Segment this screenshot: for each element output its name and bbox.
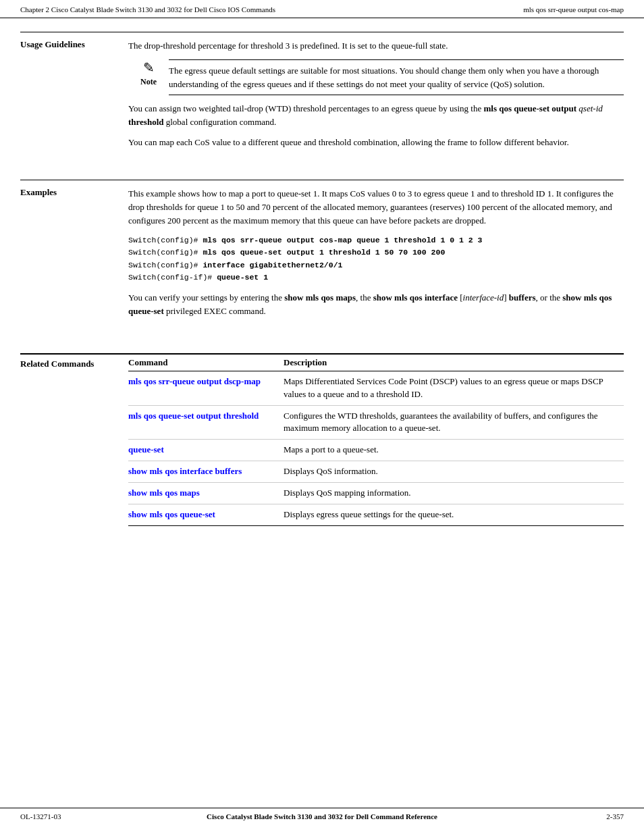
table-row: mls qos queue-set output thresholdConfig… <box>128 405 624 440</box>
table-row: queue-setMaps a port to a queue-set. <box>128 440 624 461</box>
command-link[interactable]: mls qos srr-queue output dscp-map <box>128 376 261 386</box>
verify-before: You can verify your settings by entering… <box>128 292 284 303</box>
usage-text1: The drop-threshold percentage for thresh… <box>128 39 624 53</box>
command-cell: show mls qos queue-set <box>128 504 284 525</box>
footer-center: Cisco Catalyst Blade Switch 3130 and 303… <box>207 812 437 820</box>
code-prefix-1: Switch(config)# <box>128 236 203 244</box>
note-icon: ✎ <box>143 59 155 76</box>
note-text: The egress queue default settings are su… <box>169 59 624 95</box>
command-link[interactable]: show mls qos interface buffers <box>128 466 242 476</box>
usage-text2-italic: qset-id <box>576 103 603 113</box>
command-link[interactable]: mls qos queue-set output threshold <box>128 411 259 421</box>
code-line-1: Switch(config)# mls qos srr-queue output… <box>128 234 624 246</box>
related-commands-label: Related Commands <box>20 355 128 526</box>
code-bold-2: mls qos queue-set output 1 threshold 1 5… <box>203 248 445 257</box>
table-row: show mls qos mapsDisplays QoS mapping in… <box>128 482 624 504</box>
usage-text2-bold: mls qos queue-set output <box>484 103 577 113</box>
code-prefix-4: Switch(config-if)# <box>128 273 217 282</box>
verify-bold2: show mls qos interface <box>373 292 458 303</box>
verify-bold3: buffers <box>509 292 536 303</box>
usage-text2-after: global configuration command. <box>164 117 277 127</box>
table-row: show mls qos queue-setDisplays egress qu… <box>128 504 624 525</box>
note-icon-area: ✎ Note <box>128 59 169 87</box>
table-header-row: Command Description <box>128 355 624 371</box>
usage-text2-bold2: threshold <box>128 117 164 127</box>
commands-table: Command Description mls qos srr-queue ou… <box>128 355 624 526</box>
code-prefix-2: Switch(config)# <box>128 248 203 257</box>
code-bold-3: interface gigabitethernet2/0/1 <box>203 261 342 269</box>
command-link[interactable]: show mls qos queue-set <box>128 509 215 519</box>
description-cell: Displays QoS mapping information. <box>284 482 624 504</box>
verify-italic: interface-id <box>463 292 504 303</box>
description-cell: Displays QoS information. <box>284 461 624 483</box>
examples-intro: This example shows how to map a port to … <box>128 187 624 228</box>
page-footer: OL-13271-03 Cisco Catalyst Blade Switch … <box>0 808 644 820</box>
description-cell: Maps Differentiated Services Code Point … <box>284 371 624 405</box>
usage-text2: You can assign two weighted tail-drop (W… <box>128 102 624 129</box>
commands-tbody: mls qos srr-queue output dscp-mapMaps Di… <box>128 371 624 525</box>
command-link[interactable]: queue-set <box>128 444 164 454</box>
footer-left: OL-13271-03 <box>20 812 61 820</box>
header-right: mls qos srr-queue output cos-map <box>523 5 624 14</box>
description-cell: Maps a port to a queue-set. <box>284 440 624 461</box>
usage-guidelines-body: The drop-threshold percentage for thresh… <box>128 39 624 157</box>
code-line-4: Switch(config-if)# queue-set 1 <box>128 271 624 284</box>
verify-text: You can verify your settings by entering… <box>128 291 624 318</box>
description-cell: Displays egress queue settings for the q… <box>284 504 624 525</box>
verify-mid4: , or the <box>536 292 563 303</box>
code-prefix-3: Switch(config)# <box>128 261 203 269</box>
verify-mid2: [ <box>458 292 463 303</box>
table-row: show mls qos interface buffersDisplays Q… <box>128 461 624 483</box>
verify-mid3: ] <box>504 292 509 303</box>
page-header: Chapter 2 Cisco Catalyst Blade Switch 31… <box>0 0 644 18</box>
code-bold-4: queue-set 1 <box>217 273 268 282</box>
related-commands-section: Related Commands Command Description mls… <box>20 353 624 526</box>
command-link[interactable]: show mls qos maps <box>128 488 200 498</box>
note-label: Note <box>140 77 157 87</box>
command-cell: mls qos queue-set output threshold <box>128 405 284 440</box>
col-header-command: Command <box>128 355 284 371</box>
verify-end: privileged EXEC command. <box>164 306 266 316</box>
verify-mid1: , the <box>356 292 373 303</box>
note-container: ✎ Note The egress queue default settings… <box>128 59 624 95</box>
verify-bold1: show mls qos maps <box>284 292 356 303</box>
command-cell: show mls qos maps <box>128 482 284 504</box>
code-block: Switch(config)# mls qos srr-queue output… <box>128 234 624 284</box>
command-cell: queue-set <box>128 440 284 461</box>
examples-label: Examples <box>20 187 128 325</box>
description-cell: Configures the WTD thresholds, guarantee… <box>284 405 624 440</box>
code-bold-1: mls qos srr-queue output cos-map queue 1… <box>203 236 482 244</box>
examples-section: Examples This example shows how to map a… <box>20 180 624 325</box>
usage-text3: You can map each CoS value to a differen… <box>128 136 624 149</box>
examples-body: This example shows how to map a port to … <box>128 187 624 325</box>
command-cell: show mls qos interface buffers <box>128 461 284 483</box>
main-content: Usage Guidelines The drop-threshold perc… <box>0 18 644 580</box>
command-cell: mls qos srr-queue output dscp-map <box>128 371 284 405</box>
usage-guidelines-section: Usage Guidelines The drop-threshold perc… <box>20 32 624 157</box>
footer-right: 2-357 <box>606 812 624 820</box>
table-row: mls qos srr-queue output dscp-mapMaps Di… <box>128 371 624 405</box>
usage-text2-before: You can assign two weighted tail-drop (W… <box>128 103 484 113</box>
col-header-description: Description <box>284 355 624 371</box>
header-left: Chapter 2 Cisco Catalyst Blade Switch 31… <box>20 5 275 14</box>
code-line-2: Switch(config)# mls qos queue-set output… <box>128 246 624 259</box>
usage-guidelines-label: Usage Guidelines <box>20 39 128 157</box>
code-line-3: Switch(config)# interface gigabitetherne… <box>128 259 624 271</box>
